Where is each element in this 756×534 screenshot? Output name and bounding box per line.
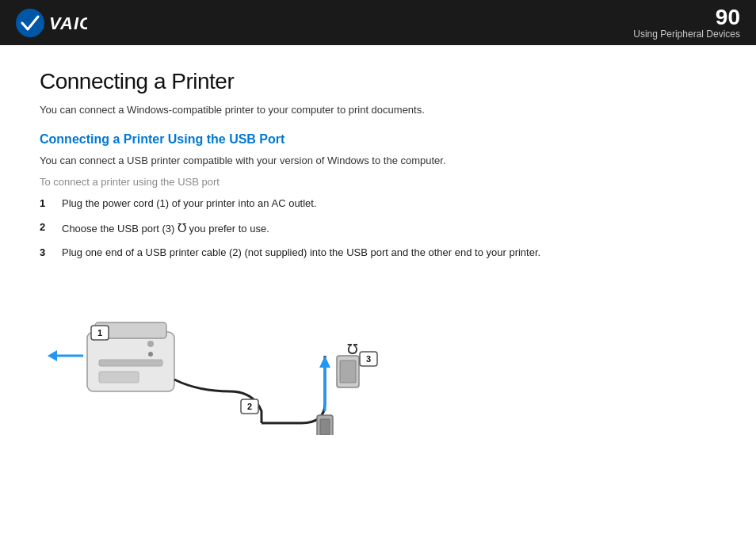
main-content: Connecting a Printer You can connect a W…	[0, 45, 756, 451]
step-3-text: Plug one end of a USB printer cable (2) …	[62, 245, 716, 261]
svg-rect-15	[320, 419, 330, 435]
usb-intro: You can connect a USB printer compatible…	[40, 153, 716, 169]
svg-point-7	[148, 352, 153, 357]
page-header: VAIO 90 Using Peripheral Devices	[0, 0, 756, 45]
step-2-text: Choose the USB port (3) ℧ you prefer to …	[62, 219, 716, 238]
step-1-text: Plug the power cord (1) of your printer …	[62, 196, 716, 212]
intro-paragraph: You can connect a Windows-compatible pri…	[40, 102, 716, 118]
svg-text:1: 1	[97, 328, 102, 338]
svg-marker-17	[319, 356, 330, 368]
step-3-number: 3	[40, 245, 62, 261]
connection-diagram: 1 2 ℧ 3	[40, 277, 436, 435]
svg-marker-11	[48, 350, 57, 361]
svg-text:2: 2	[247, 402, 252, 411]
section-title-header: Using Peripheral Devices	[633, 29, 740, 40]
procedure-heading: To connect a printer using the USB port	[40, 176, 716, 188]
svg-rect-5	[99, 372, 139, 383]
step-1-number: 1	[40, 196, 62, 212]
svg-rect-20	[340, 360, 356, 383]
svg-text:3: 3	[366, 354, 371, 364]
page-title: Connecting a Printer	[40, 69, 716, 94]
page-number: 90	[633, 6, 740, 29]
header-info: 90 Using Peripheral Devices	[633, 6, 740, 40]
svg-rect-4	[99, 360, 162, 366]
step-2: 2 Choose the USB port (3) ℧ you prefer t…	[40, 219, 716, 238]
usb-symbol-icon: ℧	[178, 221, 186, 235]
steps-list: 1 Plug the power cord (1) of your printe…	[40, 196, 716, 261]
vaio-logo: VAIO	[16, 9, 87, 37]
step-2-number: 2	[40, 219, 62, 235]
step-1: 1 Plug the power cord (1) of your printe…	[40, 196, 716, 212]
svg-text:VAIO: VAIO	[49, 13, 87, 33]
svg-text:℧: ℧	[347, 341, 358, 357]
step-3: 3 Plug one end of a USB printer cable (2…	[40, 245, 716, 261]
svg-point-0	[16, 9, 44, 37]
svg-point-6	[147, 341, 154, 347]
usb-section-title: Connecting a Printer Using the USB Port	[40, 132, 716, 147]
